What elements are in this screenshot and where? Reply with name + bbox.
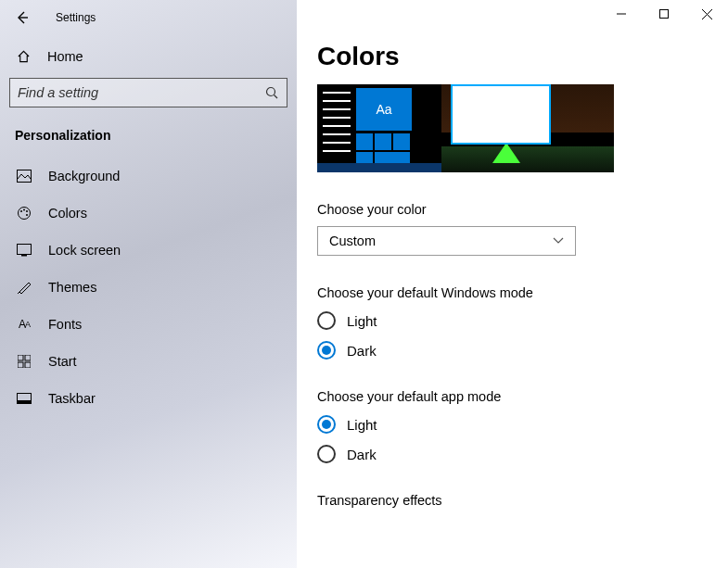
sidebar-item-fonts[interactable]: AA Fonts — [0, 306, 297, 343]
palette-icon — [17, 206, 32, 221]
close-button[interactable] — [685, 0, 728, 28]
radio-icon — [317, 341, 336, 360]
home-icon — [17, 50, 31, 64]
maximize-button[interactable] — [643, 0, 685, 28]
radio-label: Light — [347, 417, 377, 433]
radio-icon — [317, 311, 336, 330]
sidebar-item-label: Background — [48, 169, 120, 183]
search-icon — [265, 86, 279, 100]
search-input[interactable] — [9, 78, 287, 107]
radio-label: Dark — [347, 343, 377, 359]
sidebar-item-start[interactable]: Start — [0, 343, 297, 380]
category-heading: Personalization — [0, 111, 297, 158]
svg-rect-11 — [18, 355, 23, 360]
svg-line-2 — [275, 95, 278, 98]
sidebar-item-colors[interactable]: Colors — [0, 195, 297, 232]
sidebar-item-label: Taskbar — [48, 391, 96, 406]
choose-color-dropdown[interactable]: Custom — [317, 226, 576, 256]
svg-rect-18 — [660, 10, 669, 19]
minimize-button[interactable] — [600, 0, 643, 28]
svg-point-4 — [19, 208, 31, 220]
dropdown-value: Custom — [329, 234, 376, 248]
windows-mode-dark[interactable]: Dark — [317, 341, 708, 360]
svg-point-7 — [26, 210, 28, 212]
radio-label: Dark — [347, 447, 377, 462]
windows-mode-label: Choose your default Windows mode — [317, 285, 708, 300]
sidebar-item-label: Colors — [48, 206, 87, 221]
svg-point-5 — [20, 210, 22, 212]
paintbrush-icon — [17, 280, 32, 295]
svg-rect-9 — [18, 245, 32, 255]
sidebar-item-taskbar[interactable]: Taskbar — [0, 380, 297, 417]
color-preview: Aa — [317, 84, 614, 172]
sidebar-item-lockscreen[interactable]: Lock screen — [0, 232, 297, 269]
chevron-down-icon — [553, 237, 564, 245]
app-mode-dark[interactable]: Dark — [317, 445, 708, 463]
back-button[interactable] — [15, 10, 30, 25]
sidebar-item-label: Themes — [48, 280, 96, 295]
app-mode-label: Choose your default app mode — [317, 389, 708, 404]
svg-point-8 — [26, 214, 28, 216]
start-icon — [17, 355, 32, 368]
radio-label: Light — [347, 313, 377, 329]
app-mode-light[interactable]: Light — [317, 415, 708, 434]
svg-rect-14 — [25, 362, 31, 368]
search-field[interactable] — [18, 85, 265, 100]
sidebar-item-label: Start — [48, 354, 77, 369]
picture-icon — [17, 170, 32, 183]
sidebar-item-label: Lock screen — [48, 243, 121, 258]
preview-tile: Aa — [356, 88, 412, 131]
sidebar-item-themes[interactable]: Themes — [0, 269, 297, 306]
taskbar-icon — [17, 393, 32, 404]
svg-rect-16 — [18, 400, 32, 404]
home-nav[interactable]: Home — [0, 35, 297, 76]
sidebar-item-label: Fonts — [48, 317, 82, 332]
fonts-icon: AA — [17, 318, 32, 331]
transparency-label: Transparency effects — [317, 493, 708, 508]
windows-mode-light[interactable]: Light — [317, 311, 708, 330]
svg-rect-12 — [25, 355, 31, 360]
svg-rect-10 — [21, 255, 27, 257]
home-label: Home — [47, 49, 83, 64]
radio-icon — [317, 415, 336, 434]
svg-rect-13 — [18, 362, 23, 368]
radio-icon — [317, 445, 336, 463]
app-title: Settings — [56, 11, 96, 24]
svg-point-6 — [23, 209, 25, 211]
svg-point-1 — [267, 87, 275, 95]
choose-color-label: Choose your color — [317, 202, 708, 217]
lockscreen-icon — [17, 244, 32, 257]
sidebar-item-background[interactable]: Background — [0, 158, 297, 195]
